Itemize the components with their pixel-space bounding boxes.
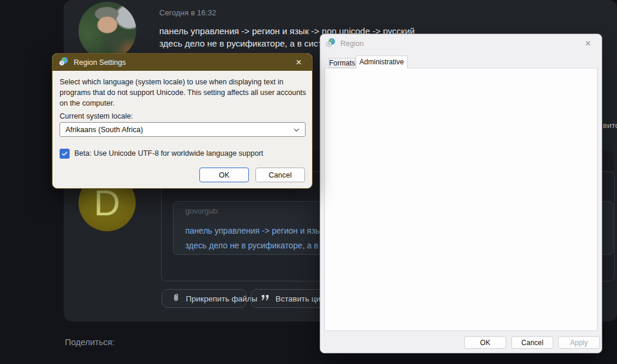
paperclip-icon bbox=[172, 293, 180, 304]
attach-files-button[interactable]: Прикрепить файлы bbox=[162, 289, 247, 308]
system-locale-select[interactable]: Afrikaans (South Africa) bbox=[60, 122, 306, 137]
region-settings-globe-icon bbox=[59, 57, 68, 68]
region-dialog-titlebar: Region bbox=[320, 34, 602, 53]
user-avatar[interactable] bbox=[78, 2, 136, 60]
quote-author: govorgub: bbox=[185, 206, 219, 215]
share-label: Поделиться: bbox=[65, 337, 114, 347]
region-ok-button[interactable]: OK bbox=[464, 336, 506, 349]
region-close-button[interactable]: × bbox=[575, 34, 602, 53]
region-settings-cancel-button[interactable]: Cancel bbox=[255, 168, 305, 182]
region-settings-close-button[interactable]: × bbox=[285, 54, 312, 71]
chevron-down-icon bbox=[293, 127, 300, 135]
edge-text-fragment: вито bbox=[603, 121, 617, 130]
region-dialog-title: Region bbox=[340, 40, 364, 48]
attach-files-label: Прикрепить файлы bbox=[186, 294, 257, 303]
system-locale-selected-value: Afrikaans (South Africa) bbox=[65, 126, 143, 134]
region-apply-button-disabled: Apply bbox=[558, 336, 600, 349]
region-settings-dialog: Region Settings × Select which language … bbox=[52, 53, 313, 189]
region-globe-icon bbox=[326, 38, 336, 50]
system-locale-label: Current system locale: bbox=[60, 112, 133, 120]
region-tab-page bbox=[324, 68, 598, 331]
utf8-checkbox-label[interactable]: Beta: Use Unicode UTF-8 for worldwide la… bbox=[74, 149, 263, 158]
screen: Сегодня в 16:32 панель управления -> рег… bbox=[0, 0, 617, 364]
post-timestamp[interactable]: Сегодня в 16:32 bbox=[159, 8, 216, 17]
region-settings-description: Select which language (system locale) to… bbox=[60, 77, 310, 109]
region-dialog: Region × Formats Administrative Welcome … bbox=[320, 34, 602, 353]
check-icon bbox=[61, 149, 68, 159]
tab-formats[interactable]: Formats bbox=[329, 58, 356, 68]
region-cancel-button[interactable]: Cancel bbox=[511, 336, 553, 349]
region-settings-titlebar: Region Settings bbox=[52, 54, 312, 71]
tab-administrative[interactable]: Administrative bbox=[356, 55, 408, 68]
region-settings-title: Region Settings bbox=[74, 58, 126, 67]
region-settings-ok-button[interactable]: OK bbox=[199, 168, 249, 182]
quotes-icon bbox=[261, 294, 270, 303]
utf8-checkbox[interactable] bbox=[60, 149, 70, 159]
